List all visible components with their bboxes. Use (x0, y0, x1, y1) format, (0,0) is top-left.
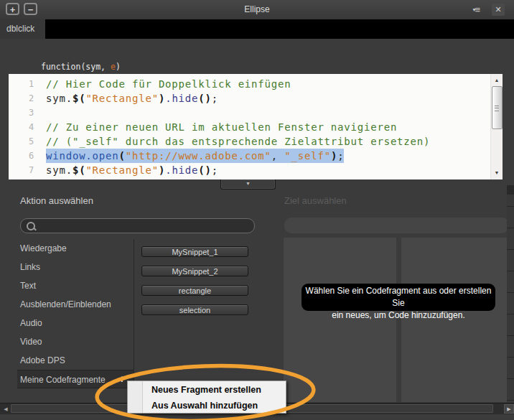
function-signature: function(sym, e) (41, 62, 121, 72)
category-links[interactable]: Links (17, 258, 134, 276)
panel-menu-icon[interactable]: ▾≡ (472, 5, 480, 14)
line-number: 6 (9, 149, 46, 163)
tooltip-line2: ein neues, um Code hinzuzufügen. (332, 310, 464, 320)
menu-item-neues-fragment[interactable]: Neues Fragment erstellen (128, 382, 286, 398)
category-label: Meine Codefragmente (20, 375, 106, 385)
snippet-mysnippet2-button[interactable]: MySnippet_2 (141, 266, 248, 276)
search-icon (27, 222, 35, 230)
snippet-rectangle-button[interactable]: rectangle (141, 285, 248, 296)
category-wiedergabe[interactable]: Wiedergabe (17, 239, 134, 258)
target-heading: Ziel auswählen (284, 195, 347, 206)
code-text-area[interactable]: 1// Hier Code für Doppelklick einfügen 2… (9, 74, 490, 179)
code-line-selected[interactable]: 6window.open("http://www.adobe.com", "_s… (9, 149, 490, 163)
editor-scrollbar[interactable]: ▲ ▼ (490, 74, 503, 179)
titlebar: + − Ellipse ▾≡ ✕ (0, 0, 514, 20)
code-line[interactable]: 5// ("_self" durch das entsprechende Zie… (9, 134, 490, 149)
menu-item-aus-auswahl[interactable]: Aus Auswahl hinzufügen (128, 398, 286, 414)
line-number: 1 (9, 77, 46, 91)
category-text[interactable]: Text (17, 276, 134, 295)
category-adobe-dps[interactable]: Adobe DPS (17, 351, 134, 370)
category-ausblenden[interactable]: Ausblenden/Einblenden (17, 295, 134, 314)
actions-heading: Aktion auswählen (20, 195, 93, 206)
category-video[interactable]: Video (17, 332, 134, 351)
line-number: 4 (9, 120, 46, 134)
tab-strip: dblclick (0, 19, 514, 39)
context-menu: Neues Fragment erstellen Aus Auswahl hin… (127, 381, 286, 414)
snippet-selection-button[interactable]: selection (141, 304, 248, 315)
code-panel-window: + − Ellipse ▾≡ ✕ dblclick function(sym, … (0, 0, 514, 420)
snippet-mysnippet1-button[interactable]: MySnippet_1 (141, 246, 248, 257)
scroll-up-icon[interactable]: ▲ (491, 75, 503, 85)
code-editor[interactable]: 1// Hier Code für Doppelklick einfügen 2… (9, 74, 503, 179)
search-input[interactable] (35, 219, 254, 233)
window-title: Ellipse (0, 0, 514, 19)
scroll-right-icon[interactable]: ▶ (504, 404, 514, 414)
code-line[interactable]: 2sym.$("Rectangle").hide(); (9, 91, 490, 106)
list-divider (134, 239, 134, 403)
close-icon[interactable]: ✕ (492, 4, 505, 16)
category-audio[interactable]: Audio (17, 314, 134, 332)
clipped-right-panel (507, 185, 514, 403)
category-meine-codefragmente[interactable]: Meine Codefragmente+ (17, 370, 134, 388)
code-line[interactable]: 1// Hier Code für Doppelklick einfügen (9, 77, 490, 91)
hint-tooltip: Wählen Sie ein Codefragment aus oder ers… (302, 284, 495, 311)
target-search-box-disabled (284, 218, 509, 233)
line-number: 3 (9, 106, 46, 120)
add-snippet-icon[interactable]: + (119, 370, 125, 388)
scrollbar-thumb[interactable] (492, 86, 503, 129)
tab-dblclick[interactable]: dblclick (0, 19, 45, 39)
tooltip-line1: Wählen Sie ein Codefragment aus oder ers… (306, 286, 492, 308)
line-number: 5 (9, 134, 46, 149)
code-line[interactable]: 4// Zu einer neuen URL im aktuellen Fens… (9, 120, 490, 134)
collapse-panel-button[interactable]: ▼ (220, 179, 276, 190)
scroll-down-icon[interactable]: ▼ (491, 168, 503, 178)
line-number: 2 (9, 91, 46, 106)
line-number: 7 (9, 163, 46, 177)
code-line[interactable]: 3 (9, 106, 490, 120)
code-line[interactable]: 7sym.$("Rectangle").hide(); (9, 163, 490, 177)
thumb-grip-icon (495, 106, 499, 111)
action-search-box[interactable] (20, 218, 255, 233)
menu-lines-icon: ≡ (475, 4, 480, 15)
scroll-left-icon[interactable]: ◀ (1, 403, 10, 414)
